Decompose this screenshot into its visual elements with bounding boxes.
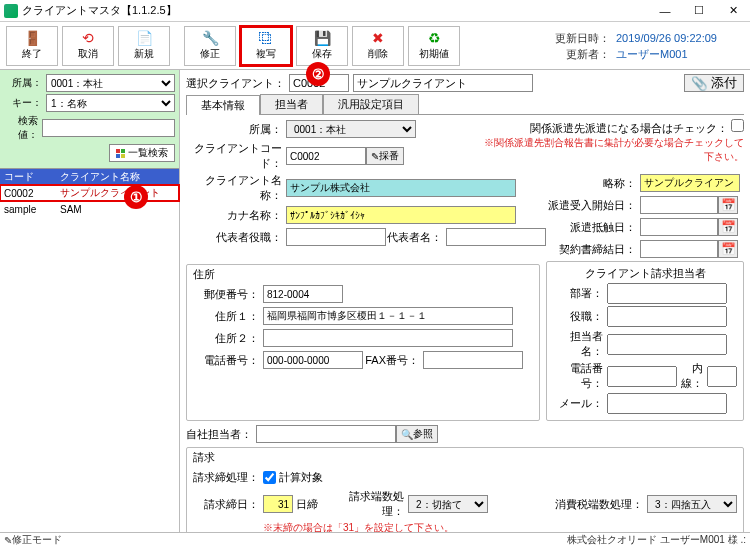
- tab-basic-info[interactable]: 基本情報: [186, 95, 260, 115]
- fax-input[interactable]: [423, 351, 523, 369]
- list-header-name: クライアント名称: [56, 170, 179, 184]
- client-code-input[interactable]: [286, 147, 366, 165]
- maximize-button[interactable]: ☐: [682, 0, 716, 22]
- calendar-button[interactable]: 📅: [718, 240, 738, 258]
- rep-title-label: 代表者役職：: [186, 230, 286, 245]
- list-row[interactable]: C0002 サンプルクライアント: [0, 185, 179, 201]
- belong-select[interactable]: 0001：本社: [286, 120, 416, 138]
- app-icon: [4, 4, 18, 18]
- bill-title-input[interactable]: [607, 306, 727, 327]
- undo-icon: ⟲: [82, 31, 94, 47]
- key-filter-select[interactable]: 1：名称: [46, 94, 175, 112]
- calendar-button[interactable]: 📅: [718, 218, 738, 236]
- tax-round-select[interactable]: 3：四捨五入: [647, 495, 737, 513]
- own-contact-label: 自社担当者：: [186, 427, 256, 442]
- edit-button[interactable]: 🔧修正: [184, 26, 236, 66]
- addr1-input[interactable]: [263, 307, 513, 325]
- pencil-icon: ✎: [371, 151, 379, 162]
- calendar-button[interactable]: 📅: [718, 196, 738, 214]
- annotation-circle-2: ②: [306, 62, 330, 86]
- delete-button[interactable]: ✖削除: [352, 26, 404, 66]
- grid-icon: [116, 149, 125, 158]
- copy-icon: ⿻: [259, 31, 273, 47]
- key-filter-label: キー：: [4, 96, 46, 110]
- file-icon: 📄: [136, 31, 153, 47]
- own-contact-input[interactable]: [256, 425, 396, 443]
- contract-date-label: 契約書締結日：: [546, 242, 640, 257]
- window-title: クライアントマスタ【1.1.2.5】: [22, 3, 648, 18]
- list-row[interactable]: sample SAM: [0, 201, 179, 217]
- bill-ext-input[interactable]: [707, 366, 737, 387]
- tab-generic[interactable]: 汎用設定項目: [323, 94, 419, 114]
- rep-title-input[interactable]: [286, 228, 386, 246]
- tel-label: 電話番号：: [193, 353, 263, 368]
- fax-label: FAX番号：: [363, 353, 423, 368]
- tel-input[interactable]: [263, 351, 363, 369]
- updated-at-value: 2019/09/26 09:22:09: [610, 30, 740, 46]
- bill-dept-label: 部署：: [553, 286, 607, 301]
- close-day-suffix: 日締: [296, 497, 318, 512]
- client-name-input[interactable]: [286, 179, 516, 197]
- list-search-button[interactable]: 一覧検索: [109, 144, 175, 162]
- close-day-input[interactable]: [263, 495, 293, 513]
- dispatch-end-input[interactable]: [640, 218, 718, 236]
- kana-input[interactable]: [286, 206, 516, 224]
- tax-round-label: 消費税端数処理：: [547, 497, 647, 512]
- dispatch-start-label: 派遣受入開始日：: [546, 198, 640, 213]
- addr2-label: 住所２：: [193, 331, 263, 346]
- related-dispatch-warn: ※関係派遣先割合報告書に集計が必要な場合チェックして下さい。: [484, 136, 744, 164]
- selected-client-label: 選択クライアント：: [186, 76, 285, 91]
- new-button[interactable]: 📄新規: [118, 26, 170, 66]
- addr1-label: 住所１：: [193, 309, 263, 324]
- list-header-code: コード: [0, 170, 56, 184]
- bill-tel-input[interactable]: [607, 366, 677, 387]
- updater-label: 更新者：: [552, 46, 610, 62]
- disk-icon: 💾: [314, 31, 331, 47]
- close-target-checkbox[interactable]: [263, 471, 276, 484]
- exit-button[interactable]: 🚪終了: [6, 26, 58, 66]
- renumber-button[interactable]: ✎採番: [366, 147, 404, 165]
- tab-handler[interactable]: 担当者: [260, 94, 323, 114]
- door-icon: 🚪: [24, 31, 41, 47]
- billing-warn: ※末締の場合は「31」を設定して下さい。: [263, 521, 737, 532]
- status-company: 株式会社クオリード ユーザーM001 様 .:: [567, 533, 746, 547]
- round-select[interactable]: 2：切捨て: [408, 495, 488, 513]
- minimize-button[interactable]: ―: [648, 0, 682, 22]
- bill-mail-input[interactable]: [607, 393, 727, 414]
- rep-name-input[interactable]: [446, 228, 546, 246]
- save-button[interactable]: 💾保存: [296, 26, 348, 66]
- related-dispatch-label: 関係派遣先派遣になる場合はチェック：: [530, 122, 728, 134]
- belong-label: 所属：: [186, 122, 286, 137]
- abbr-input[interactable]: [640, 174, 740, 192]
- search-value-input[interactable]: [42, 119, 175, 137]
- dispatch-start-input[interactable]: [640, 196, 718, 214]
- bill-contact-title: クライアント請求担当者: [553, 266, 737, 281]
- rep-name-label: 代表者名：: [386, 230, 446, 245]
- annotation-circle-1: ①: [124, 185, 148, 209]
- bill-person-input[interactable]: [607, 334, 727, 355]
- bill-title-label: 役職：: [553, 309, 607, 324]
- bill-ext-label: 内線：: [677, 361, 707, 391]
- billing-group-title: 請求: [193, 450, 215, 465]
- attach-button[interactable]: 📎添付: [684, 74, 744, 92]
- reset-button[interactable]: ♻初期値: [408, 26, 460, 66]
- bill-dept-input[interactable]: [607, 283, 727, 304]
- copy-button[interactable]: ⿻複写: [240, 26, 292, 66]
- addr2-input[interactable]: [263, 329, 513, 347]
- close-button[interactable]: ✕: [716, 0, 750, 22]
- belong-filter-select[interactable]: 0001：本社: [46, 74, 175, 92]
- related-dispatch-checkbox[interactable]: [731, 119, 744, 132]
- refer-button[interactable]: 🔍参照: [396, 425, 438, 443]
- status-mode: 修正モード: [12, 533, 62, 547]
- search-value-label: 検索値：: [4, 114, 42, 142]
- updater-value: ユーザーM001: [610, 46, 740, 62]
- client-name-label: クライアント名称：: [186, 173, 286, 203]
- x-icon: ✖: [372, 31, 384, 47]
- selected-client-name[interactable]: [353, 74, 533, 92]
- search-icon: 🔍: [401, 429, 413, 440]
- bill-mail-label: メール：: [553, 396, 607, 411]
- pencil-icon: ✎: [4, 535, 12, 546]
- cancel-button[interactable]: ⟲取消: [62, 26, 114, 66]
- zip-input[interactable]: [263, 285, 343, 303]
- contract-date-input[interactable]: [640, 240, 718, 258]
